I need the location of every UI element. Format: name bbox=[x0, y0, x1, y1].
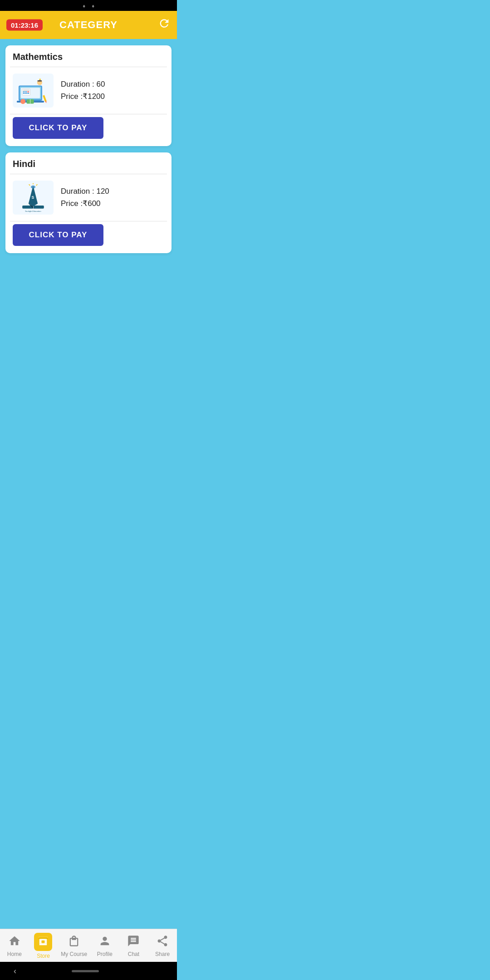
hindi-btn-area: CLICK TO PAY bbox=[5, 221, 172, 253]
svg-point-25 bbox=[31, 185, 35, 188]
svg-rect-8 bbox=[23, 93, 25, 93]
course-title-math: Mathemtics bbox=[5, 45, 172, 67]
hindi-details: Duration : 120 Price :₹600 bbox=[61, 187, 109, 208]
math-pay-button[interactable]: CLICK TO PAY bbox=[13, 117, 103, 139]
top-bar: 01:23:16 CATEGERY bbox=[0, 11, 177, 39]
svg-rect-12 bbox=[38, 80, 42, 81]
refresh-icon[interactable] bbox=[158, 17, 171, 33]
svg-rect-6 bbox=[25, 91, 27, 92]
hindi-price: Price :₹600 bbox=[61, 199, 109, 208]
status-bar: ⬧ ⬧ bbox=[0, 0, 177, 11]
course-info-hindi: S Sunlight Education Duration : 120 Pric… bbox=[5, 174, 172, 221]
hindi-pay-button[interactable]: CLICK TO PAY bbox=[13, 224, 103, 246]
svg-rect-7 bbox=[27, 91, 29, 92]
course-title-hindi: Hindi bbox=[5, 152, 172, 174]
svg-point-14 bbox=[39, 78, 41, 80]
hindi-duration: Duration : 120 bbox=[61, 187, 109, 196]
math-price: Price :₹1200 bbox=[61, 92, 105, 101]
svg-line-28 bbox=[36, 184, 38, 186]
timer-badge: 01:23:16 bbox=[6, 20, 43, 31]
status-arrows: ⬧ ⬧ bbox=[82, 2, 95, 9]
hindi-thumbnail: S Sunlight Education bbox=[13, 181, 54, 215]
svg-rect-5 bbox=[23, 91, 25, 92]
math-btn-area: CLICK TO PAY bbox=[5, 114, 172, 146]
math-details: Duration : 60 Price :₹1200 bbox=[61, 80, 105, 101]
math-thumbnail bbox=[13, 74, 54, 108]
svg-rect-4 bbox=[23, 89, 29, 91]
svg-rect-9 bbox=[25, 93, 27, 93]
math-duration: Duration : 60 bbox=[61, 80, 105, 89]
svg-point-18 bbox=[20, 99, 25, 104]
content-area: Mathemtics bbox=[0, 39, 177, 260]
svg-text:S: S bbox=[32, 195, 34, 199]
course-card-hindi: Hindi S bbox=[5, 152, 172, 253]
svg-text:Sunlight Education: Sunlight Education bbox=[25, 210, 41, 212]
course-info-math: Duration : 60 Price :₹1200 bbox=[5, 67, 172, 114]
svg-rect-10 bbox=[27, 93, 29, 93]
svg-line-29 bbox=[29, 184, 30, 186]
course-card-math: Mathemtics bbox=[5, 45, 172, 146]
